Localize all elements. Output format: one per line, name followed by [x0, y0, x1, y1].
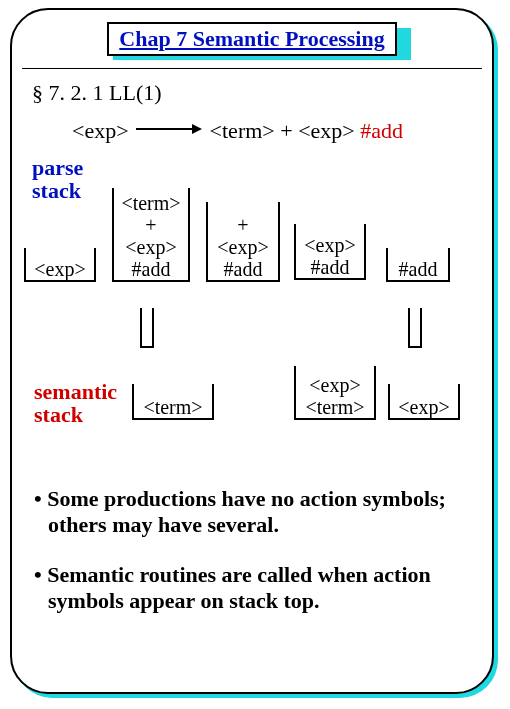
- stack-cell: <exp>: [296, 374, 374, 396]
- stack-cell: +: [208, 214, 278, 236]
- parse-stack-4: <exp> #add: [294, 224, 366, 280]
- slide-title: Chap 7 Semantic Processing: [107, 22, 396, 56]
- parse-stack-1: <exp>: [24, 248, 96, 282]
- semantic-stack-2: <term>: [132, 384, 214, 420]
- parse-stack-5: #add: [386, 248, 450, 282]
- parse-label-l2: stack: [32, 178, 81, 203]
- arrow-icon: [134, 121, 204, 137]
- parse-stack-3: + <exp> #add: [206, 202, 280, 282]
- section-heading: § 7. 2. 1 LL(1): [32, 80, 162, 106]
- sem-label-l2: stack: [34, 402, 83, 427]
- title-area: Chap 7 Semantic Processing: [10, 22, 494, 56]
- stack-cell: <term>: [114, 192, 188, 214]
- prod-rhs-exp: <exp>: [298, 118, 355, 143]
- stack-cell: <term>: [296, 396, 374, 418]
- stack-cell: #add: [388, 258, 448, 280]
- stack-cell: <exp>: [114, 236, 188, 258]
- bullet-text: Some productions have no action symbols;…: [47, 486, 446, 537]
- prod-lhs: <exp>: [72, 118, 129, 143]
- stack-cell: <exp>: [208, 236, 278, 258]
- stack-spacer: [408, 308, 422, 348]
- semantic-stack-3: <exp> <term>: [294, 366, 376, 420]
- parse-label-l1: parse: [32, 155, 83, 180]
- slide-content: Chap 7 Semantic Processing § 7. 2. 1 LL(…: [10, 8, 494, 694]
- bullet-text: Semantic routines are called when action…: [47, 562, 431, 613]
- prod-plus: +: [280, 118, 292, 143]
- production-row: <exp> <term> + <exp> #add: [72, 118, 403, 144]
- prod-rhs-action: #add: [360, 118, 403, 143]
- bullet-item: • Some productions have no action symbol…: [28, 486, 488, 538]
- stack-cell: #add: [296, 256, 364, 278]
- stack-cell: #add: [114, 258, 188, 280]
- prod-rhs-term: <term>: [210, 118, 275, 143]
- stack-cell: <exp>: [26, 258, 94, 280]
- bullet-list: • Some productions have no action symbol…: [28, 486, 488, 638]
- stack-cell: +: [114, 214, 188, 236]
- sem-label-l1: semantic: [34, 379, 117, 404]
- stack-spacer: [140, 308, 154, 348]
- stack-cell: #add: [208, 258, 278, 280]
- stack-cell: <exp>: [296, 234, 364, 256]
- parse-stack-2: <term> + <exp> #add: [112, 188, 190, 282]
- semantic-stack-4: <exp>: [388, 384, 460, 420]
- stack-cell: <term>: [134, 396, 212, 418]
- semantic-stack-label: semantic stack: [34, 380, 117, 426]
- stack-cell: <exp>: [390, 396, 458, 418]
- parse-stack-label: parse stack: [32, 156, 83, 202]
- divider: [22, 68, 482, 69]
- slide-page: Chap 7 Semantic Processing § 7. 2. 1 LL(…: [0, 0, 510, 709]
- bullet-item: • Semantic routines are called when acti…: [28, 562, 488, 614]
- svg-marker-1: [192, 124, 202, 134]
